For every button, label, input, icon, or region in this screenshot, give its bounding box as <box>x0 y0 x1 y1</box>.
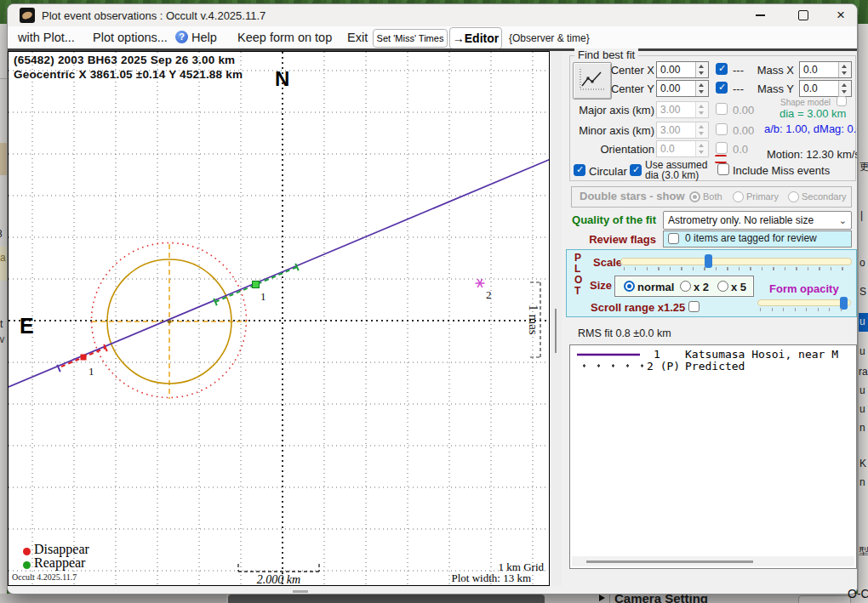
mass-x-field[interactable]: 0.0 <box>799 61 852 78</box>
mass-x-spinner[interactable] <box>838 62 851 77</box>
center-y-spinner[interactable] <box>695 81 708 96</box>
menu-bar: with Plot... Plot options... ? Help Keep… <box>8 26 857 49</box>
major-axis-field[interactable]: 3.00 <box>656 101 709 118</box>
minor-axis-aux: 0.00 <box>733 124 754 137</box>
shape-model-label: Shape model <box>780 98 831 107</box>
review-flags-label: Review flags <box>552 233 656 246</box>
double-stars-primary-label: Primary <box>746 191 779 202</box>
major-axis-checkbox[interactable] <box>716 103 728 115</box>
center-y-dash: --- <box>733 82 744 95</box>
window-bottom-scrollbar[interactable] <box>293 590 308 593</box>
right-fragment: n <box>859 476 865 488</box>
circular-checkbox[interactable] <box>574 164 585 176</box>
background-button <box>798 595 851 603</box>
right-fragment: n <box>859 422 865 434</box>
plot-width-note: Plot width: 13 km <box>451 572 531 585</box>
orientation-aux: 0.0 <box>733 143 748 156</box>
center-y-field[interactable]: 0.00 <box>656 80 709 97</box>
background-window-left: 3 a t ∨ <box>0 24 7 595</box>
quality-value: Astrometry only. No reliable size <box>668 214 814 226</box>
review-flags-checkbox[interactable] <box>668 233 679 244</box>
opacity-slider-track[interactable] <box>757 299 851 306</box>
predicted-label: 2 <box>486 288 492 301</box>
motion-note: Motion: 12.30 km/s <box>767 148 858 161</box>
mass-y-field[interactable]: 0.0 <box>799 80 852 97</box>
chord-2-dotted-sample <box>577 363 643 368</box>
double-stars-secondary-label: Secondary <box>802 191 847 202</box>
disappear-label: 1 <box>89 365 94 378</box>
rms-fit-label: RMS fit 0.8 ±0.0 km <box>578 327 671 339</box>
chord-1-line[interactable] <box>9 159 549 387</box>
predicted-marker[interactable] <box>476 279 485 287</box>
double-stars-primary-radio[interactable] <box>733 191 744 202</box>
use-assumed-checkbox[interactable] <box>630 164 642 176</box>
center-x-field[interactable]: 0.00 <box>656 61 709 78</box>
chord-1-line-sample <box>577 353 645 356</box>
observations-listbox[interactable]: 1 Katsumasa Hosoi, near M 2 (P) Predicte… <box>569 344 857 569</box>
review-flags-text: 0 items are tagged for review <box>685 232 817 244</box>
orientation-field[interactable]: 0.0 <box>656 140 709 157</box>
set-miss-times-button[interactable]: Set 'Miss' Times <box>373 29 448 48</box>
plot-canvas[interactable]: 1 1 2 1 mas <box>8 51 550 586</box>
window-title: Plot event observations : Occult v.4.202… <box>42 9 266 22</box>
shape-model-checkbox[interactable] <box>837 96 847 106</box>
help-icon[interactable]: ? <box>175 31 188 43</box>
size-label: Size <box>590 279 612 292</box>
right-fragment: 更 <box>859 160 868 174</box>
use-assumed-label-2: dia (3.0 km) <box>645 169 699 181</box>
size-normal-radio[interactable] <box>624 281 635 292</box>
dia-note: dia = 3.00 km <box>779 107 846 120</box>
center-x-checkbox[interactable] <box>716 63 728 75</box>
mass-y-spinner[interactable] <box>838 81 851 96</box>
app-icon <box>20 8 35 23</box>
close-button[interactable]: × <box>822 4 858 26</box>
right-fragment: K <box>859 458 866 469</box>
right-fragment: 型 <box>859 544 868 559</box>
center-y-checkbox[interactable] <box>716 82 728 94</box>
minimize-button[interactable] <box>741 4 779 26</box>
scale-slider-thumb[interactable] <box>705 254 712 268</box>
menu-exit[interactable]: Exit <box>347 31 368 44</box>
scale-slider-track[interactable] <box>620 258 852 265</box>
size-x5-radio[interactable] <box>717 281 728 292</box>
mass-y-label: Mass Y <box>748 82 794 95</box>
opacity-slider-ticks <box>760 308 849 311</box>
disappear-marker[interactable] <box>81 355 87 361</box>
minor-axis-checkbox[interactable] <box>716 123 728 135</box>
reappear-marker[interactable] <box>253 282 260 288</box>
menu-help[interactable]: Help <box>191 31 217 44</box>
quality-combobox[interactable]: Astrometry only. No reliable size⌄ <box>663 211 852 230</box>
menu-plot-options[interactable]: Plot options... <box>93 31 168 44</box>
double-stars-both-radio[interactable] <box>689 191 700 202</box>
right-fragment: | <box>860 209 863 221</box>
left-fragment: 3 <box>0 228 3 240</box>
scroll-range-checkbox[interactable] <box>688 301 700 312</box>
occult-window: Plot event observations : Occult v.4.202… <box>7 3 858 594</box>
minor-axis-field[interactable]: 3.00 <box>656 122 709 139</box>
size-x2-label: x 2 <box>694 281 709 293</box>
observation-row-num: 2 (P) <box>647 360 680 373</box>
include-miss-label: Include Miss events <box>733 164 830 177</box>
version-label: Occult 4.2025.11.7 <box>12 572 77 582</box>
major-axis-aux: 0.00 <box>733 104 754 117</box>
maximize-button[interactable] <box>785 4 822 26</box>
disappear-legend-dot <box>23 548 31 555</box>
listbox-horizontal-scrollbar[interactable] <box>572 556 854 566</box>
editor-button[interactable]: →Editor <box>449 27 502 49</box>
plot-letter-t: T <box>574 285 580 297</box>
red-equals-icon <box>715 155 727 163</box>
center-x-spinner[interactable] <box>695 62 708 77</box>
circular-label: Circular <box>589 165 627 178</box>
menu-with-plot[interactable]: with Plot... <box>18 31 75 44</box>
observation-row-name: Katsumasa Hosoi, near M <box>685 348 838 361</box>
size-x2-radio[interactable] <box>680 281 691 292</box>
east-label: E <box>20 314 34 338</box>
include-miss-checkbox[interactable] <box>717 163 729 175</box>
double-stars-secondary-radio[interactable] <box>788 191 799 202</box>
menu-keep-on-top[interactable]: Keep form on top <box>237 31 332 44</box>
orientation-checkbox[interactable] <box>716 142 728 154</box>
observer-time-label: {Observer & time} <box>509 32 590 44</box>
find-best-fit-title: Find best fit <box>574 48 638 61</box>
plot-title-2: Geocentric X 3861.05 ±0.14 Y 4521.88 km <box>14 68 243 81</box>
title-bar[interactable]: Plot event observations : Occult v.4.202… <box>8 4 857 26</box>
